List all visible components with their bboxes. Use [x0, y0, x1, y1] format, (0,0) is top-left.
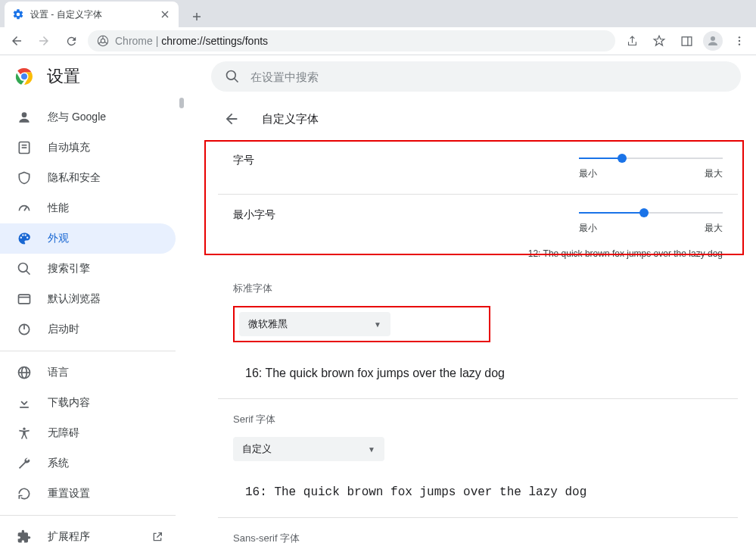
select-value: 微软雅黑: [248, 317, 288, 331]
svg-point-1: [101, 39, 104, 42]
close-icon[interactable]: [159, 8, 171, 20]
divider: [0, 515, 176, 516]
profile-avatar[interactable]: [703, 31, 723, 51]
sidebar-item-autofill[interactable]: 自动填充: [0, 133, 176, 163]
speedometer-icon: [17, 201, 32, 216]
serif-font-preview: 16: The quick brown fox jumps over the l…: [245, 485, 738, 499]
standard-font-label: 标准字体: [233, 282, 738, 295]
slider-max-label: 最大: [705, 222, 723, 235]
min-font-size-row: 最小字号 最小最大: [218, 194, 738, 248]
sidebar-item-default-browser[interactable]: 默认浏览器: [0, 284, 176, 314]
svg-rect-2: [682, 36, 692, 45]
svg-point-11: [227, 71, 236, 80]
select-value: 自定义: [242, 442, 272, 456]
tab-title: 设置 - 自定义字体: [30, 8, 153, 21]
svg-point-27: [23, 428, 25, 430]
forward-button[interactable]: [33, 30, 54, 51]
serif-font-select[interactable]: 自定义 ▼: [233, 437, 384, 461]
sidebar-item-label: 外观: [48, 232, 69, 245]
accessibility-icon: [17, 426, 32, 441]
svg-rect-20: [19, 295, 30, 304]
sidebar-item-system[interactable]: 系统: [0, 448, 176, 479]
min-font-size-label: 最小字号: [233, 208, 275, 222]
sidebar-item-you-and-google[interactable]: 您与 Google: [0, 102, 176, 133]
share-icon[interactable]: [621, 30, 642, 51]
svg-point-10: [21, 73, 27, 80]
standard-font-select[interactable]: 微软雅黑 ▼: [239, 312, 390, 336]
new-tab-button[interactable]: [186, 6, 207, 27]
search-icon: [225, 69, 240, 84]
sidebar-item-label: 性能: [48, 201, 69, 215]
font-size-row: 字号 最小最大: [218, 140, 738, 194]
extension-icon: [17, 529, 32, 544]
sidebar-item-performance[interactable]: 性能: [0, 193, 176, 223]
svg-point-18: [19, 264, 28, 273]
svg-line-12: [235, 79, 238, 83]
star-icon[interactable]: [649, 30, 670, 51]
shield-icon: [17, 170, 32, 186]
chevron-down-icon: ▼: [368, 445, 375, 454]
kebab-menu-icon[interactable]: [729, 30, 750, 51]
chrome-logo-icon: [15, 67, 33, 86]
omnibox[interactable]: Chrome | chrome://settings/fonts: [88, 30, 615, 51]
divider: [218, 517, 738, 518]
sidebar-item-label: 重置设置: [48, 487, 90, 501]
external-link-icon: [151, 531, 163, 543]
sidebar-item-search-engine[interactable]: 搜索引擎: [0, 254, 176, 284]
sidebar-item-label: 默认浏览器: [48, 292, 101, 306]
font-size-slider[interactable]: 最小最大: [579, 154, 723, 180]
wrench-icon: [17, 456, 32, 471]
search-input[interactable]: [250, 70, 727, 83]
min-font-size-slider[interactable]: 最小最大: [579, 208, 723, 235]
divider: [0, 351, 176, 351]
sidebar-item-label: 启动时: [48, 323, 79, 336]
font-size-card: 字号 最小最大 最小字号 最小最大: [218, 140, 738, 268]
svg-point-7: [739, 43, 740, 45]
page-title: 自定义字体: [262, 112, 319, 126]
settings-sidebar: 您与 Google 自动填充 隐私和安全 性能 外观 搜索引擎 默认浏览器 启动…: [0, 98, 182, 546]
settings-search[interactable]: [211, 61, 741, 92]
slider-min-label: 最小: [579, 222, 597, 235]
url-text: Chrome | chrome://settings/fonts: [115, 35, 268, 47]
sidebar-item-label: 搜索引擎: [48, 262, 90, 276]
gear-icon: [12, 8, 24, 20]
svg-point-13: [22, 112, 27, 117]
svg-point-6: [739, 40, 740, 42]
divider: [218, 398, 738, 399]
settings-header: 设置: [0, 55, 756, 98]
page-title-row: 自定义字体: [218, 98, 738, 140]
sidebar-item-appearance[interactable]: 外观: [0, 223, 176, 254]
back-arrow-button[interactable]: [218, 105, 245, 133]
sidebar-item-label: 语言: [48, 366, 69, 379]
reset-icon: [17, 486, 32, 501]
highlight-box: 微软雅黑 ▼: [233, 306, 490, 342]
chrome-icon: [97, 35, 109, 47]
browser-icon: [17, 292, 32, 307]
sidebar-item-label: 自动填充: [48, 141, 90, 154]
settings-title: 设置: [47, 65, 80, 88]
palette-icon: [17, 231, 32, 246]
sidebar-item-label: 扩展程序: [48, 530, 90, 544]
svg-line-19: [26, 271, 30, 275]
sidebar-item-extensions[interactable]: 扩展程序: [0, 522, 176, 546]
reload-button[interactable]: [61, 30, 82, 51]
sidebar-item-accessibility[interactable]: 无障碍: [0, 418, 176, 448]
sidebar-item-label: 系统: [48, 457, 69, 470]
sans-serif-font-label: Sans-serif 字体: [233, 532, 738, 545]
sidebar-item-reset[interactable]: 重置设置: [0, 479, 176, 509]
person-icon: [17, 110, 32, 125]
font-size-label: 字号: [233, 154, 254, 167]
side-panel-icon[interactable]: [676, 30, 697, 51]
power-icon: [17, 322, 32, 337]
sidebar-item-startup[interactable]: 启动时: [0, 314, 176, 345]
settings-main: 自定义字体 字号 最小最大 最小字号: [182, 98, 756, 546]
back-button[interactable]: [6, 30, 27, 51]
svg-point-4: [711, 36, 715, 41]
sidebar-item-languages[interactable]: 语言: [0, 357, 176, 388]
browser-tab[interactable]: 设置 - 自定义字体: [5, 2, 179, 27]
sidebar-item-downloads[interactable]: 下载内容: [0, 388, 176, 418]
sidebar-item-label: 无障碍: [48, 426, 79, 440]
download-icon: [17, 395, 32, 410]
sidebar-item-privacy[interactable]: 隐私和安全: [0, 163, 176, 193]
svg-point-5: [739, 36, 740, 38]
